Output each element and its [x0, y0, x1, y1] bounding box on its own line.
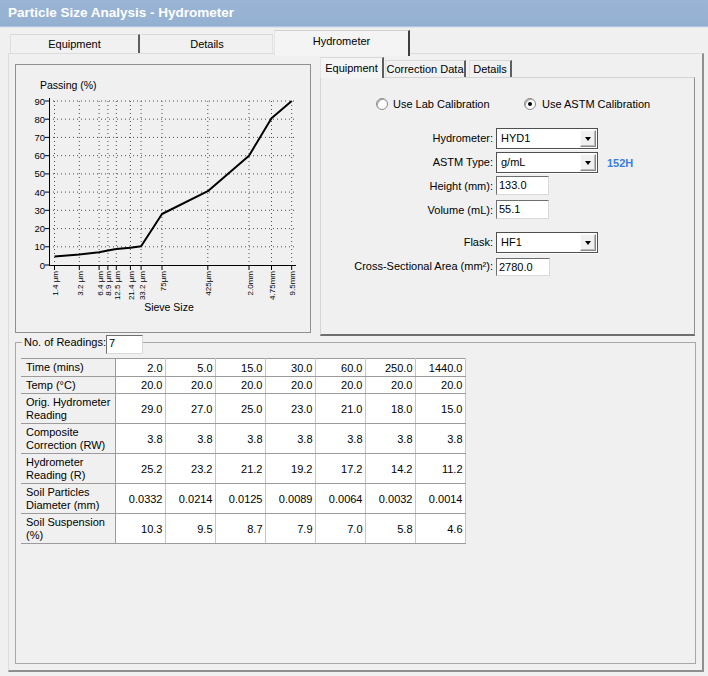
svg-text:80: 80 [34, 114, 45, 125]
svg-text:60: 60 [34, 150, 45, 161]
svg-text:9.5mm: 9.5mm [288, 271, 297, 296]
svg-text:70: 70 [34, 132, 45, 143]
svg-text:10: 10 [34, 241, 45, 252]
svg-text:1.4 μm: 1.4 μm [51, 271, 60, 296]
svg-text:50: 50 [34, 168, 45, 179]
svg-text:6.4 μm: 6.4 μm [96, 271, 105, 296]
svg-text:75μm: 75μm [159, 271, 168, 292]
svg-text:90: 90 [34, 96, 45, 107]
svg-text:Sieve Size: Sieve Size [144, 301, 194, 313]
svg-text:2.0mm: 2.0mm [246, 271, 255, 296]
svg-text:40: 40 [34, 187, 45, 198]
svg-text:3.2 μm: 3.2 μm [76, 271, 85, 296]
svg-text:425μm: 425μm [204, 271, 213, 296]
svg-text:0: 0 [40, 260, 45, 271]
svg-text:4.75mm: 4.75mm [268, 271, 277, 300]
svg-text:30: 30 [34, 205, 45, 216]
svg-text:Passing (%): Passing (%) [40, 79, 97, 91]
svg-text:12.5 μm: 12.5 μm [113, 271, 122, 300]
svg-text:33.2 μm: 33.2 μm [138, 271, 147, 300]
svg-text:20: 20 [34, 223, 45, 234]
svg-text:21.4 μm: 21.4 μm [127, 271, 136, 300]
